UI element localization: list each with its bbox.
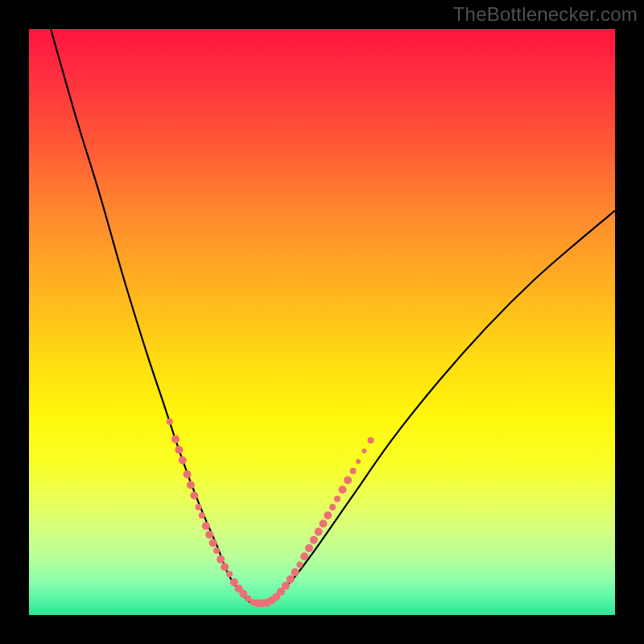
highlight-dot (199, 512, 205, 518)
chart-frame: TheBottlenecker.com (0, 0, 644, 644)
highlight-dot (195, 504, 201, 510)
highlight-dot (350, 468, 357, 474)
highlight-dot (344, 477, 352, 485)
highlight-dot (282, 582, 290, 590)
highlight-dot (167, 419, 173, 425)
highlight-dot (190, 491, 198, 499)
bottleneck-curve (29, 29, 615, 605)
highlight-dot (305, 544, 313, 552)
highlight-dot (367, 437, 374, 444)
highlight-dot (334, 496, 341, 502)
highlight-dot (179, 456, 187, 464)
highlight-dot (209, 539, 217, 547)
highlight-dot (205, 530, 213, 539)
highlight-dot (213, 547, 220, 554)
highlight-dot (356, 459, 361, 464)
highlight-dot (338, 485, 346, 493)
highlight-dot (287, 576, 295, 584)
highlight-dot (226, 571, 233, 577)
plot-area (29, 29, 615, 615)
highlight-dot (300, 552, 308, 560)
highlight-dot (187, 481, 195, 489)
highlight-dot (310, 536, 318, 544)
highlight-dot (324, 511, 332, 519)
highlight-dots (167, 419, 374, 608)
highlight-dot (202, 522, 210, 530)
highlight-dot (221, 563, 229, 571)
highlight-dot (184, 470, 192, 478)
highlight-dot (296, 561, 303, 568)
chart-svg (29, 29, 615, 615)
highlight-dot (329, 504, 336, 510)
highlight-dot (171, 436, 180, 444)
highlight-dot (361, 448, 366, 453)
highlight-dot (291, 568, 299, 576)
highlight-dot (315, 528, 323, 536)
highlight-dot (230, 578, 238, 586)
highlight-dot (217, 555, 225, 564)
watermark-text: TheBottlenecker.com (453, 3, 638, 26)
highlight-dot (319, 519, 327, 527)
highlight-dot (175, 446, 183, 454)
